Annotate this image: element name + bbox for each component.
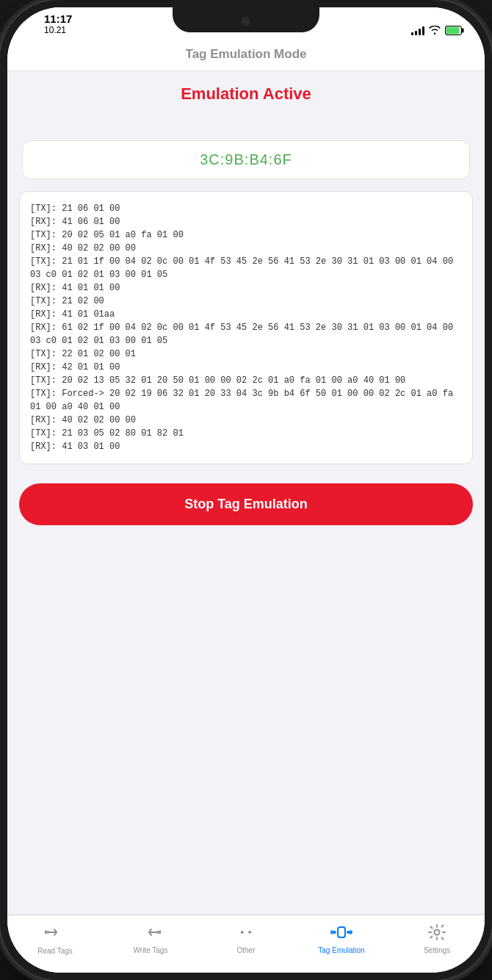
write-tags-icon (140, 924, 161, 943)
nav-bar: Tag Emulation Mode (7, 40, 485, 71)
other-label: Other (236, 946, 255, 954)
phone-frame: 11:17 10.21 (0, 0, 492, 980)
svg-rect-1 (462, 28, 464, 32)
settings-label: Settings (424, 946, 450, 954)
phone-screen: 11:17 10.21 (7, 7, 485, 973)
tag-emulation-icon (330, 924, 353, 943)
spacer (7, 111, 485, 140)
tab-other[interactable]: Other (198, 921, 294, 958)
battery-icon (445, 26, 464, 35)
tag-emulation-label: Tag Emulation (318, 946, 364, 954)
mac-address: 3C:9B:B4:6F (37, 151, 455, 168)
tab-settings[interactable]: Settings (389, 921, 485, 958)
write-tags-label: Write Tags (134, 946, 168, 954)
wifi-icon (429, 26, 441, 35)
stop-emulation-button[interactable]: Stop Tag Emulation (19, 483, 473, 525)
emulation-status: Emulation Active (7, 71, 485, 111)
svg-rect-9 (338, 927, 345, 937)
read-tags-label: Read Tags (37, 947, 73, 955)
log-text: [TX]: 21 06 01 00 [RX]: 41 06 01 00 [TX]… (30, 202, 462, 453)
signal-icon (411, 25, 424, 35)
svg-point-10 (435, 930, 440, 935)
status-time: 11:17 10.21 (44, 12, 72, 35)
camera (242, 17, 250, 26)
log-container[interactable]: [TX]: 21 06 01 00 [RX]: 41 06 01 00 [TX]… (19, 191, 473, 464)
settings-icon (428, 924, 446, 943)
tab-write-tags[interactable]: Write Tags (103, 921, 198, 958)
screen-wrapper: 11:17 10.21 (7, 7, 485, 973)
nav-title: Tag Emulation Mode (22, 47, 470, 62)
other-icon (236, 924, 256, 943)
tab-tag-emulation[interactable]: Tag Emulation (294, 921, 389, 958)
notch (173, 7, 319, 32)
svg-rect-2 (446, 26, 460, 34)
mac-address-container: 3C:9B:B4:6F (22, 140, 470, 179)
read-tags-icon (45, 924, 65, 944)
status-indicators (411, 25, 464, 35)
tab-bar: Read Tags Write Tags (7, 915, 485, 973)
tab-read-tags[interactable]: Read Tags (7, 921, 103, 958)
main-content: Emulation Active 3C:9B:B4:6F [TX]: 21 06… (7, 71, 485, 915)
